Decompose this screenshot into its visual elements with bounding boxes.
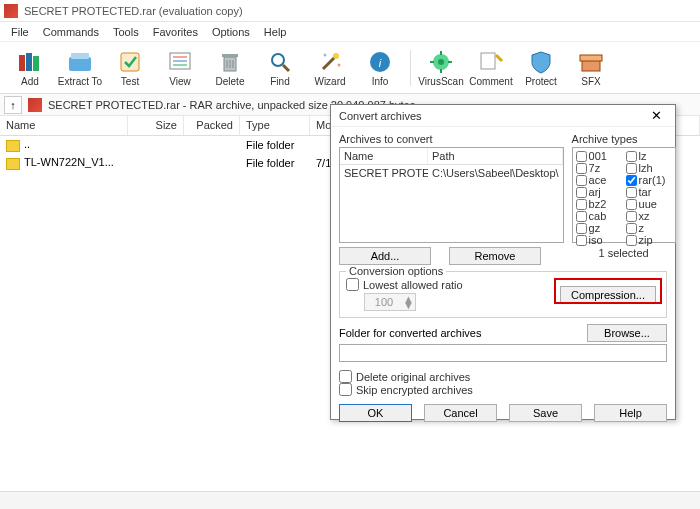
toolbar-label: Delete: [216, 76, 245, 87]
add-button[interactable]: Add: [6, 45, 54, 91]
svg-rect-0: [19, 55, 25, 71]
window-title: SECRET PROTECTED.rar (evaluation copy): [24, 5, 243, 17]
toolbar-label: Wizard: [314, 76, 345, 87]
svg-rect-1: [26, 53, 32, 71]
folder-icon: [6, 158, 20, 170]
menu-favorites[interactable]: Favorites: [146, 24, 205, 40]
help-button[interactable]: Help: [594, 404, 667, 422]
sfx-button[interactable]: SFX: [567, 45, 615, 91]
type-iso[interactable]: iso: [576, 234, 622, 246]
comment-button[interactable]: Comment: [467, 45, 515, 91]
list-item[interactable]: SECRET PROTECTED.rar C:\Users\Sabeel\Des…: [340, 165, 563, 181]
type-arj[interactable]: arj: [576, 186, 622, 198]
protect-button[interactable]: Protect: [517, 45, 565, 91]
type-xz[interactable]: xz: [626, 210, 672, 222]
browse-button[interactable]: Browse...: [587, 324, 667, 342]
compression-button[interactable]: Compression...: [560, 286, 656, 304]
list-header-path[interactable]: Path: [428, 148, 563, 164]
skip-encrypted-checkbox[interactable]: Skip encrypted archives: [339, 383, 667, 396]
conversion-options-group: Conversion options Lowest allowed ratio …: [339, 271, 667, 318]
type-7z[interactable]: 7z: [576, 162, 622, 174]
list-header-name[interactable]: Name: [340, 148, 428, 164]
wizard-button[interactable]: Wizard: [306, 45, 354, 91]
menu-help[interactable]: Help: [257, 24, 294, 40]
svg-rect-3: [69, 57, 91, 71]
file-type: File folder: [240, 139, 310, 151]
toolbar-label: Find: [270, 76, 289, 87]
trash-icon: [217, 49, 243, 75]
type-lz[interactable]: lz: [626, 150, 672, 162]
ratio-spinner[interactable]: 100▲▼: [364, 293, 416, 311]
view-button[interactable]: View: [156, 45, 204, 91]
type-bz2[interactable]: bz2: [576, 198, 622, 210]
find-button[interactable]: Find: [256, 45, 304, 91]
svg-rect-4: [71, 53, 89, 59]
svg-line-30: [496, 55, 502, 61]
toolbar: Add Extract To Test View Delete Find Wiz…: [0, 42, 700, 94]
add-button[interactable]: Add...: [339, 247, 431, 265]
close-button[interactable]: ✕: [645, 108, 667, 123]
svg-rect-5: [121, 53, 139, 71]
menu-tools[interactable]: Tools: [106, 24, 146, 40]
svg-rect-11: [222, 54, 238, 57]
col-packed[interactable]: Packed: [184, 116, 240, 135]
type-gz[interactable]: gz: [576, 222, 622, 234]
info-button[interactable]: i Info: [356, 45, 404, 91]
up-button[interactable]: ↑: [4, 96, 22, 114]
wizard-icon: [317, 49, 343, 75]
archive-icon: [28, 98, 42, 112]
type-lzh[interactable]: lzh: [626, 162, 672, 174]
archives-list[interactable]: Name Path SECRET PROTECTED.rar C:\Users\…: [339, 147, 564, 243]
conversion-options-label: Conversion options: [346, 265, 446, 277]
col-type[interactable]: Type: [240, 116, 310, 135]
archive-name: SECRET PROTECTED.rar: [340, 165, 428, 181]
virusscan-button[interactable]: VirusScan: [417, 45, 465, 91]
archive-types-label: Archive types: [572, 133, 676, 145]
type-tar[interactable]: tar: [626, 186, 672, 198]
extract-to-button[interactable]: Extract To: [56, 45, 104, 91]
up-arrow-icon: ↑: [10, 99, 16, 111]
toolbar-label: Protect: [525, 76, 557, 87]
lowest-ratio-checkbox[interactable]: Lowest allowed ratio: [346, 278, 560, 291]
remove-button[interactable]: Remove: [449, 247, 541, 265]
toolbar-label: Extract To: [58, 76, 102, 87]
svg-rect-32: [580, 55, 602, 61]
search-icon: [267, 49, 293, 75]
menu-options[interactable]: Options: [205, 24, 257, 40]
menu-commands[interactable]: Commands: [36, 24, 106, 40]
save-button[interactable]: Save: [509, 404, 582, 422]
menu-file[interactable]: File: [4, 24, 36, 40]
svg-rect-29: [481, 53, 495, 69]
type-ace[interactable]: ace: [576, 174, 622, 186]
cancel-button[interactable]: Cancel: [424, 404, 497, 422]
type-cab[interactable]: cab: [576, 210, 622, 222]
toolbar-label: Comment: [469, 76, 512, 87]
info-icon: i: [367, 49, 393, 75]
test-button[interactable]: Test: [106, 45, 154, 91]
delete-button[interactable]: Delete: [206, 45, 254, 91]
dialog-title: Convert archives: [339, 110, 645, 122]
type-uue[interactable]: uue: [626, 198, 672, 210]
test-icon: [117, 49, 143, 75]
archive-path: C:\Users\Sabeel\Desktop\: [428, 165, 563, 181]
ok-button[interactable]: OK: [339, 404, 412, 422]
svg-point-15: [272, 54, 284, 66]
type-zip[interactable]: zip: [626, 234, 672, 246]
view-icon: [167, 49, 193, 75]
type-rar[interactable]: rar(1): [626, 174, 672, 186]
folder-input[interactable]: [339, 344, 667, 362]
shield-icon: [528, 49, 554, 75]
file-type: File folder: [240, 157, 310, 169]
type-001[interactable]: 001: [576, 150, 622, 162]
drawer-icon: [67, 49, 93, 75]
toolbar-label: Info: [372, 76, 389, 87]
toolbar-label: SFX: [581, 76, 600, 87]
virus-icon: [428, 49, 454, 75]
delete-original-checkbox[interactable]: Delete original archives: [339, 370, 667, 383]
col-size[interactable]: Size: [128, 116, 184, 135]
menu-bar: File Commands Tools Favorites Options He…: [0, 22, 700, 42]
toolbar-label: Add: [21, 76, 39, 87]
file-name: ..: [24, 138, 30, 150]
type-z[interactable]: z: [626, 222, 672, 234]
col-name[interactable]: Name: [0, 116, 128, 135]
